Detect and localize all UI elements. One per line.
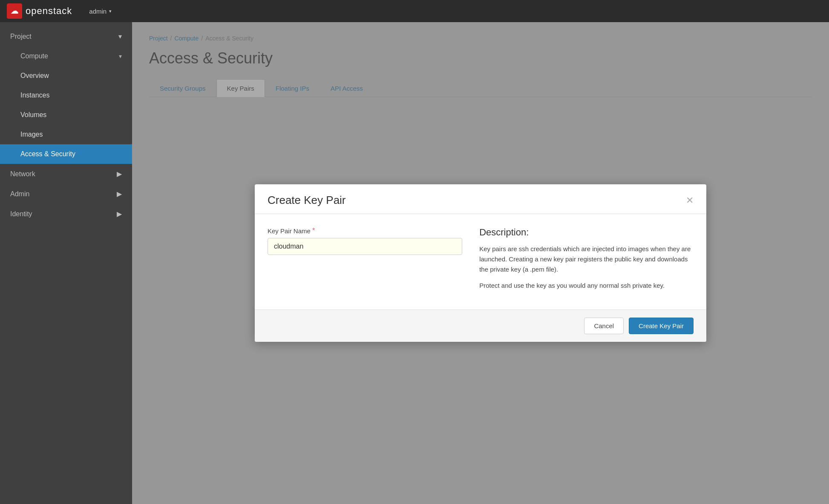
sidebar-identity-label: Identity (10, 210, 32, 218)
user-dropdown-arrow: ▾ (109, 9, 112, 14)
sidebar-item-instances[interactable]: Instances (0, 86, 132, 105)
layout: Project ▾ Compute ▾ Overview Instances V… (0, 22, 829, 504)
cancel-button[interactable]: Cancel (584, 318, 624, 334)
sidebar-project-label: Project (10, 33, 32, 40)
sidebar-images-label: Images (20, 131, 43, 138)
sidebar-compute-label: Compute (20, 52, 48, 60)
topnav: ☁ openstack admin ▾ (0, 0, 829, 22)
description-title: Description: (479, 227, 694, 238)
main-content: Project / Compute / Access & Security Ac… (132, 22, 829, 504)
description-para-2: Protect and use the key as you would any… (479, 281, 694, 291)
create-key-pair-modal: Create Key Pair ✕ Key Pair Name * Descri… (255, 184, 706, 342)
modal-overlay: Create Key Pair ✕ Key Pair Name * Descri… (132, 22, 829, 504)
sidebar-admin-chevron: ▶ (117, 190, 122, 198)
logo-icon: ☁ (7, 3, 22, 19)
modal-footer: Cancel Create Key Pair (255, 309, 706, 342)
sidebar-compute-chevron: ▾ (119, 53, 122, 60)
description-para-1: Key pairs are ssh credentials which are … (479, 244, 694, 275)
logo: ☁ openstack (7, 3, 72, 19)
user-label: admin (89, 8, 107, 15)
sidebar-item-identity[interactable]: Identity ▶ (0, 204, 132, 224)
sidebar-volumes-label: Volumes (20, 111, 46, 119)
modal-description: Description: Key pairs are ssh credentia… (479, 227, 694, 297)
sidebar: Project ▾ Compute ▾ Overview Instances V… (0, 22, 132, 504)
sidebar-network-chevron: ▶ (117, 170, 122, 178)
sidebar-network-label: Network (10, 170, 35, 178)
sidebar-item-volumes[interactable]: Volumes (0, 105, 132, 125)
modal-body: Key Pair Name * Description: Key pairs a… (255, 214, 706, 309)
modal-header: Create Key Pair ✕ (255, 184, 706, 214)
sidebar-item-project[interactable]: Project ▾ (0, 26, 132, 46)
modal-close-button[interactable]: ✕ (686, 196, 694, 205)
sidebar-identity-chevron: ▶ (117, 210, 122, 218)
sidebar-item-compute[interactable]: Compute ▾ (0, 46, 132, 66)
modal-form: Key Pair Name * (268, 227, 462, 297)
sidebar-instances-label: Instances (20, 92, 49, 99)
key-pair-name-input[interactable] (268, 238, 462, 255)
sidebar-item-overview[interactable]: Overview (0, 66, 132, 86)
sidebar-item-network[interactable]: Network ▶ (0, 164, 132, 184)
modal-title: Create Key Pair (268, 194, 346, 207)
create-key-pair-button[interactable]: Create Key Pair (629, 318, 694, 334)
user-menu[interactable]: admin ▾ (89, 8, 112, 15)
sidebar-access-security-label: Access & Security (20, 150, 75, 158)
sidebar-admin-label: Admin (10, 190, 29, 198)
required-indicator: * (312, 227, 315, 235)
sidebar-item-images[interactable]: Images (0, 125, 132, 144)
sidebar-item-admin[interactable]: Admin ▶ (0, 184, 132, 204)
sidebar-overview-label: Overview (20, 72, 49, 80)
sidebar-project-chevron: ▾ (118, 32, 122, 40)
logo-text: openstack (26, 6, 72, 17)
key-pair-name-label: Key Pair Name * (268, 227, 462, 235)
sidebar-item-access-security[interactable]: Access & Security (0, 144, 132, 164)
